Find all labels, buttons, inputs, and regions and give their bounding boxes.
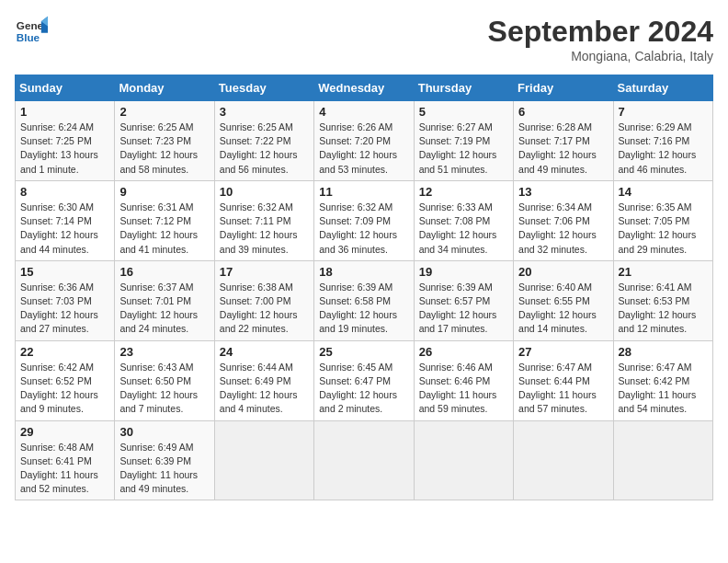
day-info: Sunrise: 6:45 AMSunset: 6:47 PMDaylight:… [319, 361, 408, 417]
calendar-cell [514, 420, 613, 500]
calendar-cell: 26Sunrise: 6:46 AMSunset: 6:46 PMDayligh… [414, 340, 513, 420]
calendar-cell: 21Sunrise: 6:41 AMSunset: 6:53 PMDayligh… [613, 260, 712, 340]
day-info: Sunrise: 6:42 AMSunset: 6:52 PMDaylight:… [20, 361, 109, 417]
day-info: Sunrise: 6:32 AMSunset: 7:09 PMDaylight:… [319, 201, 408, 257]
day-number: 25 [319, 345, 408, 359]
calendar-cell: 30Sunrise: 6:49 AMSunset: 6:39 PMDayligh… [115, 420, 214, 500]
calendar-header-cell: Sunday [16, 75, 115, 101]
day-number: 13 [518, 185, 608, 199]
calendar-cell: 9Sunrise: 6:31 AMSunset: 7:12 PMDaylight… [115, 180, 214, 260]
day-number: 4 [319, 105, 408, 119]
day-info: Sunrise: 6:46 AMSunset: 6:46 PMDaylight:… [419, 361, 508, 417]
calendar-cell: 4Sunrise: 6:26 AMSunset: 7:20 PMDaylight… [314, 101, 414, 181]
calendar-cell: 24Sunrise: 6:44 AMSunset: 6:49 PMDayligh… [214, 340, 313, 420]
month-title: September 2024 [488, 15, 713, 49]
day-info: Sunrise: 6:26 AMSunset: 7:20 PMDaylight:… [319, 121, 408, 177]
day-number: 5 [419, 105, 508, 119]
day-info: Sunrise: 6:29 AMSunset: 7:16 PMDaylight:… [619, 121, 708, 177]
calendar-week-row: 8Sunrise: 6:30 AMSunset: 7:14 PMDaylight… [16, 180, 713, 260]
calendar-cell: 14Sunrise: 6:35 AMSunset: 7:05 PMDayligh… [613, 180, 712, 260]
page-header: General Blue September 2024 Mongiana, Ca… [15, 15, 713, 63]
day-number: 3 [220, 105, 309, 119]
calendar-header-cell: Friday [514, 75, 613, 101]
calendar-header-row: SundayMondayTuesdayWednesdayThursdayFrid… [16, 75, 713, 101]
calendar-cell: 19Sunrise: 6:39 AMSunset: 6:57 PMDayligh… [414, 260, 513, 340]
calendar-cell: 25Sunrise: 6:45 AMSunset: 6:47 PMDayligh… [314, 340, 414, 420]
day-info: Sunrise: 6:39 AMSunset: 6:58 PMDaylight:… [319, 281, 408, 337]
day-number: 19 [419, 265, 508, 279]
day-number: 22 [20, 345, 109, 359]
calendar-cell [314, 420, 414, 500]
day-number: 9 [119, 185, 209, 199]
calendar-cell: 15Sunrise: 6:36 AMSunset: 7:03 PMDayligh… [16, 260, 115, 340]
day-number: 28 [619, 345, 708, 359]
calendar-cell: 18Sunrise: 6:39 AMSunset: 6:58 PMDayligh… [314, 260, 414, 340]
day-number: 30 [119, 425, 209, 439]
day-number: 1 [20, 105, 109, 119]
calendar-cell: 6Sunrise: 6:28 AMSunset: 7:17 PMDaylight… [514, 101, 613, 181]
calendar-cell [214, 420, 313, 500]
calendar-week-row: 29Sunrise: 6:48 AMSunset: 6:41 PMDayligh… [16, 420, 713, 500]
calendar-week-row: 22Sunrise: 6:42 AMSunset: 6:52 PMDayligh… [16, 340, 713, 420]
calendar-cell: 20Sunrise: 6:40 AMSunset: 6:55 PMDayligh… [514, 260, 613, 340]
calendar-table: SundayMondayTuesdayWednesdayThursdayFrid… [15, 75, 713, 500]
day-info: Sunrise: 6:36 AMSunset: 7:03 PMDaylight:… [20, 281, 109, 337]
calendar-cell: 8Sunrise: 6:30 AMSunset: 7:14 PMDaylight… [16, 180, 115, 260]
calendar-header-cell: Monday [115, 75, 214, 101]
calendar-cell: 29Sunrise: 6:48 AMSunset: 6:41 PMDayligh… [16, 420, 115, 500]
day-info: Sunrise: 6:37 AMSunset: 7:01 PMDaylight:… [119, 281, 209, 337]
day-number: 24 [220, 345, 309, 359]
day-number: 14 [619, 185, 708, 199]
day-info: Sunrise: 6:47 AMSunset: 6:44 PMDaylight:… [518, 361, 608, 417]
calendar-cell: 5Sunrise: 6:27 AMSunset: 7:19 PMDaylight… [414, 101, 513, 181]
calendar-cell: 11Sunrise: 6:32 AMSunset: 7:09 PMDayligh… [314, 180, 414, 260]
calendar-cell: 27Sunrise: 6:47 AMSunset: 6:44 PMDayligh… [514, 340, 613, 420]
title-block: September 2024 Mongiana, Calabria, Italy [488, 15, 713, 63]
day-info: Sunrise: 6:44 AMSunset: 6:49 PMDaylight:… [220, 361, 309, 417]
calendar-cell: 16Sunrise: 6:37 AMSunset: 7:01 PMDayligh… [115, 260, 214, 340]
day-number: 10 [220, 185, 309, 199]
calendar-cell: 17Sunrise: 6:38 AMSunset: 7:00 PMDayligh… [214, 260, 313, 340]
day-number: 15 [20, 265, 109, 279]
day-info: Sunrise: 6:48 AMSunset: 6:41 PMDaylight:… [20, 441, 109, 497]
location-subtitle: Mongiana, Calabria, Italy [488, 49, 713, 63]
day-number: 8 [20, 185, 109, 199]
calendar-week-row: 1Sunrise: 6:24 AMSunset: 7:25 PMDaylight… [16, 101, 713, 181]
day-number: 2 [119, 105, 209, 119]
calendar-header-cell: Wednesday [314, 75, 414, 101]
calendar-cell: 28Sunrise: 6:47 AMSunset: 6:42 PMDayligh… [613, 340, 712, 420]
calendar-cell: 2Sunrise: 6:25 AMSunset: 7:23 PMDaylight… [115, 101, 214, 181]
calendar-body: 1Sunrise: 6:24 AMSunset: 7:25 PMDaylight… [16, 101, 713, 500]
day-number: 16 [119, 265, 209, 279]
calendar-cell: 10Sunrise: 6:32 AMSunset: 7:11 PMDayligh… [214, 180, 313, 260]
day-number: 21 [619, 265, 708, 279]
day-number: 17 [220, 265, 309, 279]
day-number: 26 [419, 345, 508, 359]
calendar-week-row: 15Sunrise: 6:36 AMSunset: 7:03 PMDayligh… [16, 260, 713, 340]
calendar-cell: 1Sunrise: 6:24 AMSunset: 7:25 PMDaylight… [16, 101, 115, 181]
day-info: Sunrise: 6:39 AMSunset: 6:57 PMDaylight:… [419, 281, 508, 337]
svg-text:Blue: Blue [17, 31, 40, 43]
day-number: 29 [20, 425, 109, 439]
calendar-header-cell: Saturday [613, 75, 712, 101]
day-info: Sunrise: 6:40 AMSunset: 6:55 PMDaylight:… [518, 281, 608, 337]
day-number: 6 [518, 105, 608, 119]
day-info: Sunrise: 6:35 AMSunset: 7:05 PMDaylight:… [619, 201, 708, 257]
calendar-cell: 12Sunrise: 6:33 AMSunset: 7:08 PMDayligh… [414, 180, 513, 260]
day-number: 27 [518, 345, 608, 359]
day-info: Sunrise: 6:34 AMSunset: 7:06 PMDaylight:… [518, 201, 608, 257]
logo-icon: General Blue [15, 15, 48, 48]
day-info: Sunrise: 6:49 AMSunset: 6:39 PMDaylight:… [119, 441, 209, 497]
day-info: Sunrise: 6:24 AMSunset: 7:25 PMDaylight:… [20, 121, 109, 177]
day-info: Sunrise: 6:30 AMSunset: 7:14 PMDaylight:… [20, 201, 109, 257]
calendar-cell: 7Sunrise: 6:29 AMSunset: 7:16 PMDaylight… [613, 101, 712, 181]
calendar-cell: 23Sunrise: 6:43 AMSunset: 6:50 PMDayligh… [115, 340, 214, 420]
calendar-header-cell: Thursday [414, 75, 513, 101]
day-number: 23 [119, 345, 209, 359]
day-number: 20 [518, 265, 608, 279]
day-info: Sunrise: 6:41 AMSunset: 6:53 PMDaylight:… [619, 281, 708, 337]
day-number: 12 [419, 185, 508, 199]
calendar-header-cell: Tuesday [214, 75, 313, 101]
day-info: Sunrise: 6:27 AMSunset: 7:19 PMDaylight:… [419, 121, 508, 177]
day-info: Sunrise: 6:32 AMSunset: 7:11 PMDaylight:… [220, 201, 309, 257]
